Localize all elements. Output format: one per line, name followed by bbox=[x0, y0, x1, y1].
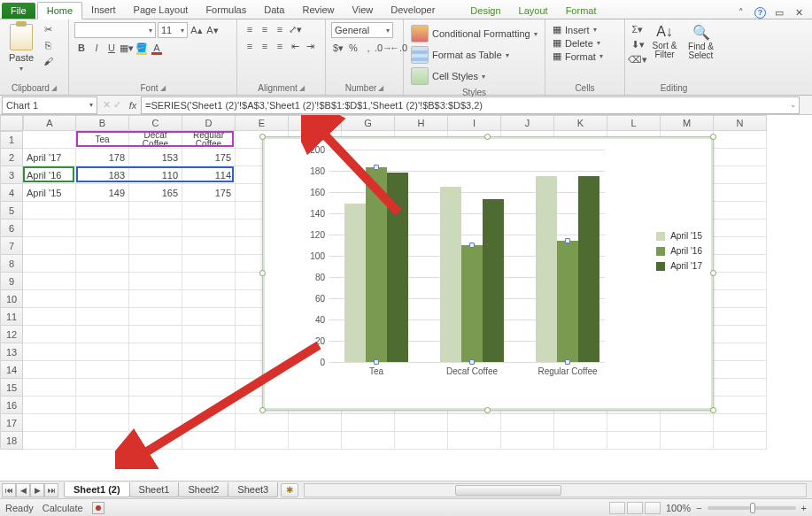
paste-button[interactable]: Paste ▾ bbox=[5, 22, 37, 74]
cell[interactable] bbox=[182, 432, 236, 450]
font-size-select[interactable]: 11▾ bbox=[158, 22, 188, 38]
cell[interactable] bbox=[76, 290, 129, 308]
format-painter-icon[interactable]: 🖌 bbox=[41, 54, 55, 68]
cell[interactable] bbox=[23, 308, 76, 326]
cell[interactable]: 114 bbox=[182, 166, 236, 184]
cell[interactable] bbox=[76, 361, 129, 379]
cell[interactable] bbox=[182, 255, 236, 273]
row-header[interactable]: 6 bbox=[0, 219, 23, 237]
cell[interactable] bbox=[23, 131, 76, 149]
legend-item[interactable]: April '15 bbox=[656, 231, 702, 241]
bar[interactable] bbox=[483, 199, 504, 362]
close-window-icon[interactable]: ✕ bbox=[793, 6, 805, 19]
name-box[interactable]: Chart 1▾ bbox=[2, 96, 97, 114]
dialog-launcher-icon[interactable]: ◢ bbox=[378, 84, 383, 92]
cell[interactable] bbox=[289, 432, 342, 450]
window-options-icon[interactable]: ▭ bbox=[773, 6, 785, 19]
column-header[interactable]: I bbox=[448, 115, 501, 131]
cell[interactable] bbox=[129, 273, 182, 290]
cell[interactable] bbox=[129, 219, 182, 237]
orientation-icon[interactable]: ⤢▾ bbox=[288, 22, 302, 36]
row-header[interactable]: 11 bbox=[0, 308, 23, 326]
cell[interactable]: 175 bbox=[182, 184, 236, 202]
align-center-icon[interactable]: ≡ bbox=[258, 39, 272, 53]
align-top-icon[interactable]: ≡ bbox=[243, 22, 257, 36]
cell[interactable]: 149 bbox=[76, 184, 129, 202]
cell[interactable]: 153 bbox=[129, 149, 182, 166]
cell[interactable] bbox=[23, 273, 76, 290]
cell[interactable] bbox=[342, 414, 395, 432]
tab-page-layout[interactable]: Page Layout bbox=[125, 2, 197, 19]
tab-review[interactable]: Review bbox=[293, 2, 343, 19]
cell[interactable] bbox=[129, 361, 182, 379]
chart-legend[interactable]: April '15April '16April '17 bbox=[656, 226, 702, 276]
legend-item[interactable]: April '17 bbox=[656, 261, 702, 271]
cell[interactable] bbox=[714, 432, 767, 450]
tab-formulas[interactable]: Formulas bbox=[197, 2, 255, 19]
column-header[interactable]: H bbox=[395, 115, 448, 131]
align-bottom-icon[interactable]: ≡ bbox=[273, 22, 287, 36]
cell[interactable]: 165 bbox=[129, 184, 182, 202]
cell[interactable] bbox=[714, 273, 767, 290]
column-header[interactable]: J bbox=[501, 115, 554, 131]
tab-home[interactable]: Home bbox=[37, 2, 82, 19]
percent-icon[interactable]: % bbox=[346, 41, 360, 55]
cell[interactable] bbox=[714, 131, 767, 149]
formula-input[interactable]: =SERIES('Sheet1 (2)'!$A$3,'Sheet1 (2)'!$… bbox=[141, 96, 800, 114]
cell[interactable] bbox=[129, 379, 182, 397]
fill-icon[interactable]: ⬇▾ bbox=[630, 37, 645, 51]
cells-format-button[interactable]: ▦Format▾ bbox=[551, 50, 605, 62]
row-header[interactable]: 18 bbox=[0, 432, 23, 450]
cell[interactable]: April '16 bbox=[23, 166, 76, 184]
conditional-formatting-button[interactable]: Conditional Formatting▾ bbox=[409, 24, 539, 43]
sheet-tab[interactable]: Sheet3 bbox=[228, 482, 278, 497]
cell[interactable] bbox=[129, 255, 182, 273]
tab-developer[interactable]: Developer bbox=[382, 2, 444, 19]
cells-delete-button[interactable]: ▦Delete▾ bbox=[551, 37, 602, 49]
autosum-icon[interactable]: Σ▾ bbox=[630, 22, 645, 36]
row-header[interactable]: 16 bbox=[0, 397, 23, 414]
sheet-nav-next[interactable]: ▶ bbox=[30, 483, 44, 497]
column-header[interactable]: C bbox=[129, 115, 182, 131]
cell[interactable] bbox=[76, 397, 129, 414]
cut-icon[interactable]: ✂ bbox=[41, 22, 55, 36]
column-header[interactable]: L bbox=[607, 115, 661, 131]
bar[interactable] bbox=[366, 167, 387, 362]
spreadsheet-grid[interactable]: ABCDEFGHIJKLMN 1234567891011121314151617… bbox=[0, 115, 812, 476]
cell[interactable] bbox=[76, 343, 129, 361]
row-header[interactable]: 1 bbox=[0, 131, 23, 149]
bar[interactable] bbox=[461, 245, 483, 362]
cell[interactable] bbox=[182, 290, 236, 308]
bar[interactable] bbox=[557, 241, 578, 362]
copy-icon[interactable]: ⎘ bbox=[41, 38, 55, 52]
sheet-nav-first[interactable]: ⏮ bbox=[2, 483, 16, 497]
cancel-formula-icon[interactable]: ✕ bbox=[103, 99, 111, 111]
cell-styles-button[interactable]: Cell Styles▾ bbox=[409, 66, 487, 86]
cell[interactable] bbox=[182, 343, 236, 361]
align-middle-icon[interactable]: ≡ bbox=[258, 22, 272, 36]
sheet-tab[interactable]: Sheet1 (2) bbox=[64, 482, 130, 497]
dialog-launcher-icon[interactable]: ◢ bbox=[51, 84, 57, 92]
chart-plot-area[interactable]: 020406080100120140160180200 TeaDecaf Cof… bbox=[302, 150, 605, 378]
cell[interactable] bbox=[714, 361, 767, 379]
cell[interactable] bbox=[182, 326, 236, 343]
cell[interactable] bbox=[76, 414, 129, 432]
cell[interactable] bbox=[76, 379, 129, 397]
row-header[interactable]: 3 bbox=[0, 166, 23, 184]
cell[interactable] bbox=[129, 290, 182, 308]
sort-filter-button[interactable]: A↓ Sort & Filter bbox=[648, 22, 681, 61]
bar[interactable] bbox=[536, 176, 557, 362]
indent-decrease-icon[interactable]: ⇤ bbox=[288, 39, 302, 53]
cell[interactable] bbox=[714, 149, 767, 166]
chart-tools-tab-layout[interactable]: Layout bbox=[510, 3, 557, 19]
cell[interactable] bbox=[23, 414, 76, 432]
cell[interactable] bbox=[129, 308, 182, 326]
cell[interactable] bbox=[182, 202, 236, 219]
tab-data[interactable]: Data bbox=[255, 2, 293, 19]
bold-button[interactable]: B bbox=[74, 41, 89, 55]
increase-decimal-icon[interactable]: .0→ bbox=[376, 41, 391, 55]
column-header[interactable]: K bbox=[554, 115, 607, 131]
cell[interactable] bbox=[714, 397, 767, 414]
legend-item[interactable]: April '16 bbox=[656, 246, 702, 256]
bar-group[interactable]: Decaf Coffee bbox=[440, 187, 504, 362]
